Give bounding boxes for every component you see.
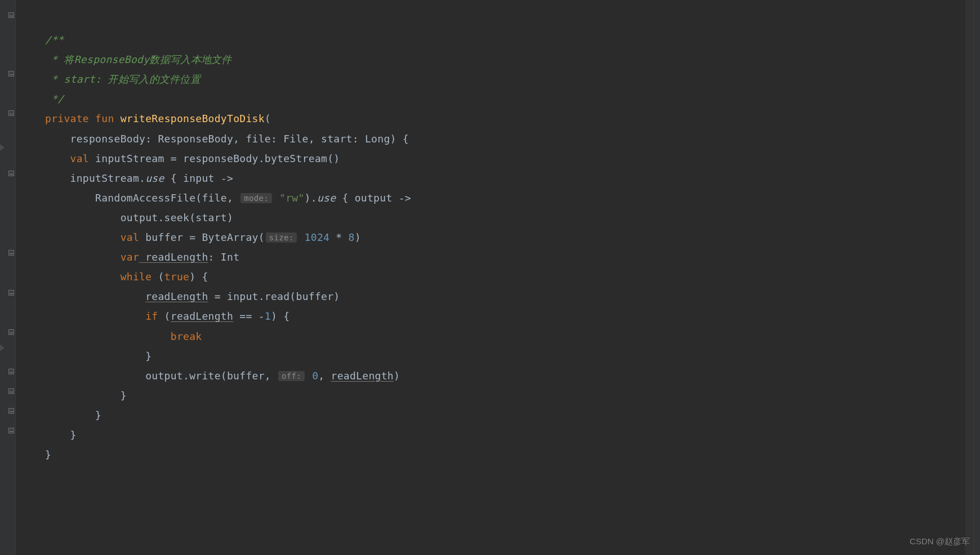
fold-icon[interactable] bbox=[8, 408, 14, 414]
code-editor[interactable]: /** * 将ResponseBody数据写入本地文件 * start: 开始写… bbox=[16, 0, 980, 555]
keyword-fun: fun bbox=[95, 113, 114, 124]
function-name: writeResponseBodyToDisk bbox=[121, 113, 265, 124]
fold-icon[interactable] bbox=[8, 110, 14, 116]
watermark: CSDN @赵彦军 bbox=[910, 533, 970, 549]
doc-comment: /** * 将ResponseBody数据写入本地文件 * start: 开始写… bbox=[45, 34, 232, 105]
nav-marker-icon[interactable] bbox=[0, 144, 5, 151]
keyword-var: var bbox=[121, 251, 139, 263]
fold-icon[interactable] bbox=[8, 71, 14, 77]
member-use: use bbox=[145, 172, 164, 184]
fold-icon[interactable] bbox=[8, 428, 14, 433]
fold-icon[interactable] bbox=[8, 171, 14, 176]
hint-off: off: bbox=[278, 371, 305, 381]
hint-size: size: bbox=[266, 232, 297, 243]
fold-icon[interactable] bbox=[8, 12, 14, 18]
keyword-private: private bbox=[45, 113, 89, 124]
fold-icon[interactable] bbox=[8, 329, 14, 335]
keyword-val: val bbox=[70, 153, 89, 164]
editor-gutter bbox=[0, 0, 16, 555]
keyword-while: while bbox=[121, 271, 152, 283]
fold-icon[interactable] bbox=[8, 250, 14, 256]
fold-icon[interactable] bbox=[8, 388, 14, 394]
fold-icon[interactable] bbox=[8, 290, 14, 296]
fold-icon[interactable] bbox=[8, 369, 14, 374]
nav-marker-icon[interactable] bbox=[0, 344, 5, 351]
scrollbar-overview-ruler[interactable] bbox=[965, 0, 973, 555]
params-line: responseBody: ResponseBody, file: File, … bbox=[45, 133, 409, 145]
keyword-break: break bbox=[171, 330, 202, 342]
hint-mode: mode: bbox=[240, 193, 272, 203]
keyword-if: if bbox=[145, 310, 158, 322]
right-marker-bar bbox=[973, 0, 980, 555]
